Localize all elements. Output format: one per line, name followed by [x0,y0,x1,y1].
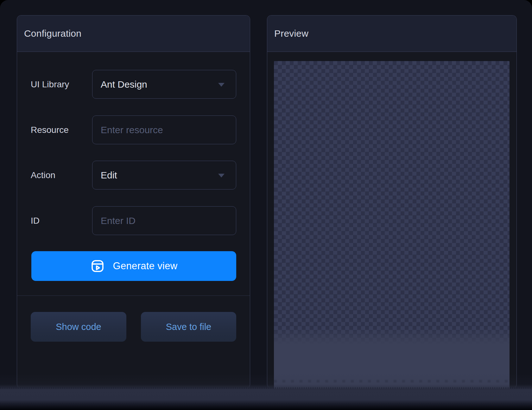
configuration-header: Configuration [17,16,250,52]
resource-row: Resource [17,115,250,144]
show-code-button[interactable]: Show code [31,312,126,342]
configuration-title: Configuration [24,28,81,39]
id-row: ID [17,206,250,235]
app-window: Configuration UI Library Ant Design Reso… [0,0,532,410]
generate-view-label: Generate view [113,260,178,272]
generate-view-button[interactable]: Generate view [31,251,236,281]
caret-down-icon [218,174,225,177]
caret-down-icon [218,83,225,87]
id-label: ID [31,206,40,235]
resource-input[interactable] [92,115,236,144]
ui-library-row: UI Library Ant Design [17,70,250,99]
ui-library-label: UI Library [31,70,69,99]
preview-header: Preview [267,16,516,52]
resource-label: Resource [31,115,69,144]
action-selected-value: Edit [92,170,117,181]
action-row: Action Edit [17,161,250,189]
configuration-panel: Configuration UI Library Ant Design Reso… [17,15,250,388]
ui-library-select[interactable]: Ant Design [92,70,236,99]
preview-checkerboard-area [274,61,510,389]
preview-fade-overlay [274,61,510,389]
save-to-file-button[interactable]: Save to file [141,312,236,342]
dither-texture [0,403,532,405]
ui-library-selected-value: Ant Design [92,79,147,90]
id-input[interactable] [92,206,236,235]
preview-title: Preview [274,28,308,39]
faded-content-row [274,380,510,382]
action-label: Action [31,161,55,189]
section-divider [17,295,250,296]
preview-panel: Preview [267,15,517,388]
app-play-icon [90,259,105,273]
action-select[interactable]: Edit [92,161,236,189]
